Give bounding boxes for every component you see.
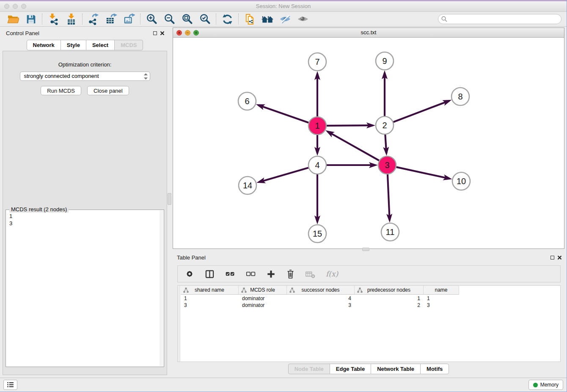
main-toolbar xyxy=(0,12,567,27)
column-header[interactable]: successor nodes xyxy=(287,286,355,294)
table-settings-button[interactable] xyxy=(184,269,195,279)
hide-selected-button[interactable] xyxy=(276,13,294,25)
network-view-window: × − + scc.txt 7968124314101511 xyxy=(173,28,564,249)
close-panel-button[interactable]: Close panel xyxy=(87,86,129,95)
select-unchecked-button[interactable] xyxy=(245,269,256,279)
result-line: 3 xyxy=(9,220,160,227)
graph-edge-4-14[interactable] xyxy=(259,168,308,182)
column-header[interactable]: MCDS role xyxy=(239,286,287,294)
export-image-icon xyxy=(123,13,135,25)
column-type-icon xyxy=(289,287,295,293)
tab-edge-table[interactable]: Edge Table xyxy=(330,364,371,374)
table-cell[interactable]: 3 xyxy=(181,302,239,309)
tab-mcds[interactable]: MCDS xyxy=(114,40,143,50)
search-input[interactable] xyxy=(438,14,561,24)
optimization-criterion-label: Optimization criterion: xyxy=(3,61,167,68)
graph-edge-3-1[interactable] xyxy=(328,132,379,160)
delete-table-button[interactable] xyxy=(305,269,316,279)
graph-node-label-9: 9 xyxy=(382,56,387,66)
close-table-panel-icon[interactable] xyxy=(557,255,562,260)
task-history-button[interactable] xyxy=(3,380,17,390)
row-gutter xyxy=(178,286,180,362)
select-checked-button[interactable] xyxy=(225,269,236,279)
import-table-button[interactable] xyxy=(62,13,80,25)
add-row-button[interactable] xyxy=(266,269,276,279)
column-header[interactable]: shared name xyxy=(181,286,239,294)
main-titlebar: Session: New Session xyxy=(0,1,567,12)
column-header-label: successor nodes xyxy=(301,287,339,293)
table-row[interactable]: 3dominator323 xyxy=(181,302,560,309)
table-cell[interactable]: dominator xyxy=(239,295,287,302)
show-all-button[interactable] xyxy=(294,13,312,25)
criterion-select[interactable]: strongly connected component xyxy=(20,72,150,81)
mcds-result-title: MCDS result (2 nodes) xyxy=(9,206,69,213)
save-session-button[interactable] xyxy=(22,13,40,25)
graph-edge-1-6[interactable] xyxy=(258,105,308,123)
graph-edge-3-10[interactable] xyxy=(396,167,449,179)
tab-network-table[interactable]: Network Table xyxy=(371,364,421,374)
export-network-button[interactable] xyxy=(85,13,102,25)
column-header[interactable]: predecessor nodes xyxy=(355,286,424,294)
horizontal-splitter-handle[interactable] xyxy=(362,248,369,251)
table-row[interactable]: 1dominator411 xyxy=(181,295,560,302)
zoom-fit-icon xyxy=(182,14,193,25)
table-cell[interactable]: 3 xyxy=(287,302,355,309)
result-scrollbar[interactable] xyxy=(160,210,163,366)
tab-style[interactable]: Style xyxy=(61,40,86,50)
export-image-button[interactable] xyxy=(120,13,138,25)
split-columns-button[interactable] xyxy=(204,269,215,279)
zoom-fit-button[interactable] xyxy=(178,13,196,25)
tab-node-table[interactable]: Node Table xyxy=(288,364,330,374)
table-header-row: shared name MCDS role successor nodes pr… xyxy=(181,286,459,295)
graph-node-label-10: 10 xyxy=(457,177,466,186)
function-builder-button[interactable]: f(x) xyxy=(326,270,338,278)
column-header[interactable]: name xyxy=(424,286,459,294)
export-network-icon xyxy=(88,13,99,25)
clone-network-icon xyxy=(244,13,256,25)
memory-label: Memory xyxy=(540,382,559,388)
table-cell[interactable]: 4 xyxy=(287,295,355,302)
import-network-button[interactable] xyxy=(44,13,62,25)
table-cell[interactable]: 1 xyxy=(355,295,424,302)
network-canvas[interactable]: 7968124314101511 xyxy=(173,38,564,248)
home-view-button[interactable] xyxy=(259,13,276,25)
run-mcds-button[interactable]: Run MCDS xyxy=(41,86,81,95)
graph-edge-3-11[interactable] xyxy=(388,174,390,220)
node-table: shared name MCDS role successor nodes pr… xyxy=(177,285,561,362)
refresh-layout-button[interactable] xyxy=(218,13,236,25)
graph-edge-1-2[interactable] xyxy=(327,125,373,126)
graph-edge-2-3[interactable] xyxy=(385,135,386,153)
table-panel: Table Panel xyxy=(173,252,564,375)
column-type-icon xyxy=(357,287,363,293)
table-toolbar: f(x) xyxy=(177,265,561,282)
graph-node-label-4: 4 xyxy=(315,160,319,170)
mcds-result-box: MCDS result (2 nodes) 13 xyxy=(6,210,164,367)
memory-button[interactable]: Memory xyxy=(528,380,563,390)
table-cell[interactable]: 3 xyxy=(424,302,459,309)
clone-network-button[interactable] xyxy=(241,13,259,25)
open-session-button[interactable] xyxy=(4,13,22,25)
graph-node-label-14: 14 xyxy=(243,181,252,190)
close-panel-icon[interactable] xyxy=(160,31,165,36)
vertical-splitter-handle[interactable] xyxy=(168,193,171,205)
tab-network[interactable]: Network xyxy=(27,40,61,50)
table-cell[interactable]: 2 xyxy=(355,302,424,309)
import-network-icon xyxy=(48,13,59,25)
tab-select[interactable]: Select xyxy=(86,40,115,50)
delete-row-button[interactable] xyxy=(286,269,295,279)
export-table-button[interactable] xyxy=(102,13,120,25)
tab-motifs[interactable]: Motifs xyxy=(420,364,449,374)
zoom-out-button[interactable] xyxy=(160,13,178,25)
table-cell[interactable]: dominator xyxy=(239,302,287,309)
table-cell[interactable]: 1 xyxy=(424,295,459,302)
zoom-in-button[interactable] xyxy=(143,13,160,25)
float-panel-icon[interactable] xyxy=(153,31,157,35)
table-cell[interactable]: 1 xyxy=(181,295,239,302)
zoom-out-icon xyxy=(164,14,175,25)
graph-node-label-11: 11 xyxy=(386,227,395,237)
graph-edge-2-8[interactable] xyxy=(394,101,449,122)
network-window-title: scc.txt xyxy=(173,29,564,36)
float-table-panel-icon[interactable] xyxy=(550,256,554,259)
table-panel-title: Table Panel xyxy=(173,254,206,261)
zoom-selected-button[interactable] xyxy=(196,13,214,25)
